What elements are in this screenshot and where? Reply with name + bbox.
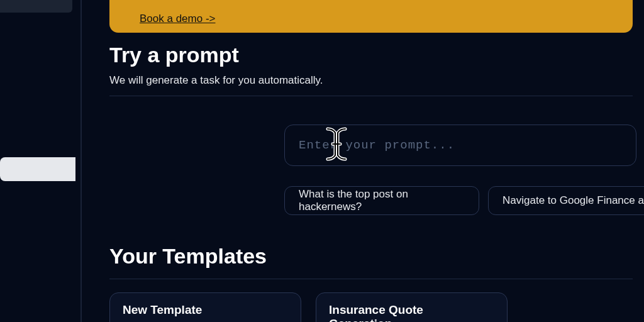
prompt-input[interactable] <box>284 125 636 166</box>
promo-banner: Book a demo -> <box>109 0 633 33</box>
sidebar-header-block <box>0 0 72 13</box>
chip-label: Navigate to Google Finance a <box>502 194 644 207</box>
template-card-new[interactable]: New Template <box>109 292 301 322</box>
suggestion-chip-hackernews[interactable]: What is the top post on hackernews? <box>284 186 479 215</box>
template-card-title: New Template <box>123 303 288 317</box>
divider <box>109 96 633 96</box>
sidebar <box>0 0 82 322</box>
template-card-title: Insurance Quote Generation… <box>329 303 494 322</box>
try-prompt-subtitle: We will generate a task for you automati… <box>109 74 323 87</box>
template-card-insurance[interactable]: Insurance Quote Generation… <box>316 292 508 322</box>
try-prompt-heading: Try a prompt <box>109 43 239 67</box>
divider <box>109 279 633 279</box>
your-templates-heading: Your Templates <box>109 244 267 269</box>
chip-label: What is the top post on hackernews? <box>299 188 465 213</box>
sidebar-active-item[interactable] <box>0 157 75 181</box>
book-demo-link[interactable]: Book a demo -> <box>140 13 608 25</box>
main-content: Book a demo -> Try a prompt We will gene… <box>83 0 644 322</box>
suggestion-chip-google-finance[interactable]: Navigate to Google Finance a <box>488 186 644 215</box>
